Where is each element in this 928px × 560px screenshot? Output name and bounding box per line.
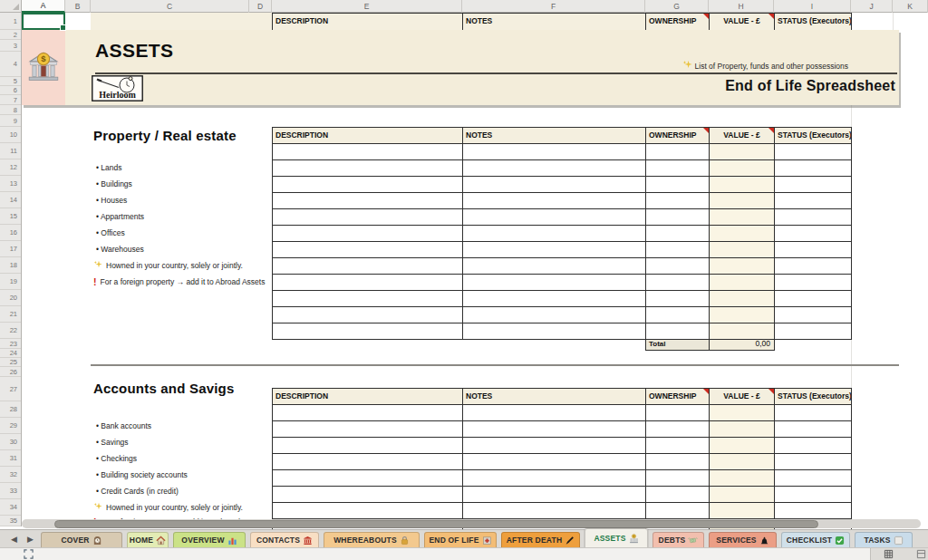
table-cell[interactable] (775, 307, 852, 323)
row-header-2[interactable]: 2 (0, 30, 21, 40)
row-header-28[interactable]: 28 (0, 401, 21, 418)
selected-cell-a1[interactable] (22, 13, 65, 30)
row-header-12[interactable]: 12 (0, 159, 21, 176)
table-cell[interactable] (710, 242, 775, 258)
table-cell[interactable] (273, 470, 463, 487)
row-header-18[interactable]: 18 (0, 257, 21, 274)
table-cell[interactable] (710, 144, 775, 160)
table-cell[interactable] (463, 160, 646, 177)
table-cell[interactable] (463, 226, 646, 242)
table-cell[interactable] (463, 209, 646, 226)
sheet-tab-services[interactable]: SERVICES (709, 532, 777, 547)
table-cell[interactable] (273, 405, 463, 421)
row-header-8[interactable]: 8 (0, 105, 21, 115)
row-header-6[interactable]: 6 (0, 86, 21, 95)
row-header-20[interactable]: 20 (0, 290, 21, 306)
column-header-G[interactable]: G (645, 0, 709, 13)
table-cell[interactable] (775, 226, 852, 242)
sheet-tab-contacts[interactable]: CONTACTS (250, 532, 319, 547)
column-header-H[interactable]: H (709, 0, 774, 13)
horizontal-scrollbar-thumb[interactable] (54, 520, 818, 528)
row-header-25[interactable]: 25 (0, 358, 21, 367)
table-cell[interactable] (646, 323, 710, 340)
sheet-tab-assets[interactable]: ASSETS (585, 528, 648, 547)
table-cell[interactable] (775, 454, 852, 470)
row-header-15[interactable]: 15 (0, 208, 21, 225)
table-cell[interactable] (775, 323, 852, 340)
table-cell[interactable] (463, 307, 646, 323)
table-cell[interactable] (646, 242, 710, 258)
row-header-9[interactable]: 9 (0, 115, 21, 127)
row-header-29[interactable]: 29 (0, 418, 21, 434)
table-cell[interactable] (646, 470, 710, 487)
table-cell[interactable] (273, 226, 463, 242)
table-cell[interactable] (710, 307, 775, 323)
table-cell[interactable] (273, 258, 463, 275)
row-header-34[interactable]: 34 (0, 499, 21, 516)
row-header-23[interactable]: 23 (0, 339, 21, 349)
table-cell[interactable] (646, 258, 710, 275)
table-cell[interactable] (463, 242, 646, 258)
table-cell[interactable] (646, 193, 710, 209)
horizontal-scrollbar-track[interactable] (22, 519, 921, 528)
column-header-B[interactable]: B (65, 0, 91, 13)
sheet-tab-home[interactable]: HOME (127, 532, 169, 547)
row-header-32[interactable]: 32 (0, 467, 21, 483)
sheet-tab-debts[interactable]: DEBTS (652, 532, 704, 547)
row-header-14[interactable]: 14 (0, 192, 21, 208)
total-value[interactable]: 0,00 (710, 340, 774, 350)
table-cell[interactable] (646, 177, 710, 193)
table-cell[interactable] (646, 405, 710, 421)
table-cell[interactable] (646, 226, 710, 242)
column-header-A[interactable]: A (22, 0, 65, 13)
bank-icon-cell[interactable]: $ (22, 30, 65, 105)
table-cell[interactable] (710, 323, 775, 340)
row-header-10[interactable]: 10 (0, 127, 21, 143)
table-cell[interactable] (775, 405, 852, 421)
sheet-tab-checklist[interactable]: CHECKLIST (781, 532, 850, 547)
table-cell[interactable] (775, 209, 852, 226)
table-cell[interactable] (710, 258, 775, 275)
table-cell[interactable] (710, 193, 775, 209)
table-cell[interactable] (273, 503, 463, 519)
row-header-13[interactable]: 13 (0, 176, 21, 192)
table-cell[interactable] (463, 291, 646, 307)
row-header-11[interactable]: 11 (0, 143, 21, 159)
table-cell[interactable] (273, 438, 463, 454)
table-cell[interactable] (646, 503, 710, 519)
table-cell[interactable] (775, 291, 852, 307)
row-header-4[interactable]: 4 (0, 52, 21, 77)
table-cell[interactable] (463, 503, 646, 519)
table-cell[interactable] (646, 275, 710, 291)
table-cell[interactable] (463, 487, 646, 503)
table-cell[interactable] (646, 209, 710, 226)
table-cell[interactable] (463, 144, 646, 160)
column-header-J[interactable]: J (851, 0, 893, 13)
column-header-K[interactable]: K (893, 0, 928, 13)
row-header-22[interactable]: 22 (0, 323, 21, 339)
table-cell[interactable] (463, 258, 646, 275)
table-cell[interactable] (710, 487, 775, 503)
row-header-3[interactable]: 3 (0, 40, 21, 52)
table-cell[interactable] (710, 405, 775, 421)
table-cell[interactable] (646, 487, 710, 503)
table-cell[interactable] (775, 421, 852, 438)
column-header-I[interactable]: I (774, 0, 851, 13)
table-cell[interactable] (775, 193, 852, 209)
table-cell[interactable] (273, 193, 463, 209)
table-cell[interactable] (463, 275, 646, 291)
table-cell[interactable] (710, 160, 775, 177)
row-header-27[interactable]: 27 (0, 377, 21, 401)
table-cell[interactable] (710, 470, 775, 487)
sheet-tab-cover[interactable]: COVER (41, 532, 122, 547)
table-cell[interactable] (710, 275, 775, 291)
table-cell[interactable] (775, 144, 852, 160)
row-header-1[interactable]: 1 (0, 13, 21, 30)
row-header-5[interactable]: 5 (0, 77, 21, 86)
sheet-tab-overview[interactable]: OVERVIEW (173, 532, 246, 547)
table-cell[interactable] (273, 307, 463, 323)
grid-view-icon[interactable] (884, 549, 894, 559)
table-cell[interactable] (775, 258, 852, 275)
table-cell[interactable] (463, 405, 646, 421)
list-view-icon[interactable] (916, 549, 926, 559)
